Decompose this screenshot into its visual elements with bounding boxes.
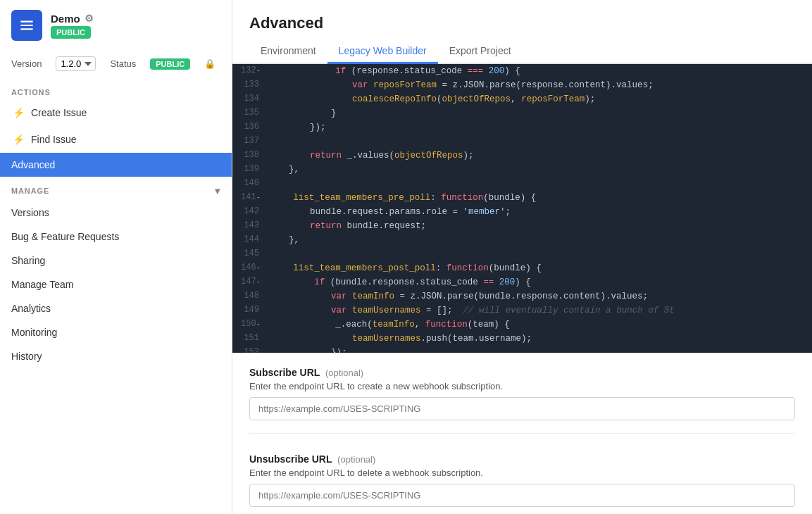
code-line: 149 var teamUsernames = []; // will even… (232, 303, 812, 318)
manage-items-list: Versions Bug & Feature Requests Sharing … (0, 201, 232, 368)
code-line: 137 (232, 134, 812, 149)
tabs-bar: Environment Legacy Web Builder Export Pr… (232, 39, 812, 64)
code-line: 151 teamUsernames.push(team.username); (232, 332, 812, 346)
tab-export-project[interactable]: Export Project (438, 39, 523, 64)
line-content: var teamUsernames = []; // will eventual… (268, 303, 812, 318)
line-number: 133 (232, 78, 268, 92)
line-number: 146- (232, 261, 272, 275)
line-number: 139 (232, 163, 268, 176)
code-editor: 132- if (response.status_code === 200) {… (232, 64, 812, 353)
manage-team-label: Manage Team (11, 279, 73, 290)
line-number: 150- (232, 318, 272, 331)
line-number: 136 (232, 120, 268, 134)
line-content: list_team_members_post_poll: function(bu… (272, 261, 812, 275)
line-content: teamUsernames.push(team.username); (268, 332, 812, 346)
code-line: 145 (232, 247, 812, 261)
tab-legacy-web-builder[interactable]: Legacy Web Builder (327, 39, 438, 64)
sidebar-item-sharing[interactable]: Sharing (0, 249, 232, 272)
manage-header[interactable]: MANAGE ▾ (0, 177, 232, 201)
version-status-row: Version 1.2.0 Status PUBLIC 🔒 (0, 51, 232, 81)
line-number: 132- (232, 64, 272, 77)
manage-label: MANAGE (11, 187, 49, 195)
sidebar-item-bug-feature[interactable]: Bug & Feature Requests (0, 225, 232, 249)
subscribe-url-input[interactable] (249, 397, 795, 420)
unsubscribe-url-input[interactable] (249, 484, 795, 507)
status-label: Status (110, 58, 136, 69)
line-content: var reposForTeam = z.JSON.parse(response… (268, 78, 812, 92)
sidebar-item-analytics[interactable]: Analytics (0, 296, 232, 320)
line-content: }, (268, 233, 812, 247)
code-line: 136 }); (232, 120, 812, 134)
status-badge: PUBLIC (150, 58, 190, 70)
monitoring-label: Monitoring (11, 327, 57, 338)
line-content: bundle.request.params.role = 'member'; (268, 205, 812, 219)
line-content: }); (268, 120, 812, 134)
line-content (268, 177, 812, 191)
sidebar-item-versions[interactable]: Versions (0, 201, 232, 225)
line-content: if (bundle.response.status_code == 200) … (272, 275, 812, 289)
logo-icon (18, 16, 36, 35)
line-content: } (268, 106, 812, 120)
subscribe-url-section: Subscribe URL (optional) Enter the endpo… (232, 353, 812, 427)
gear-icon[interactable]: ⚙ (85, 13, 94, 24)
line-number: 138 (232, 149, 268, 162)
subscribe-url-description: Enter the endpoint URL to create a new w… (249, 381, 795, 391)
code-line: 143 return bundle.request; (232, 219, 812, 233)
sidebar-item-create-issue[interactable]: ⚡ Create Issue (0, 99, 232, 126)
line-content: list_team_members_pre_poll: function(bun… (272, 191, 812, 205)
line-number: 152 (232, 346, 268, 353)
line-number: 135 (232, 106, 268, 120)
line-number: 137 (232, 134, 268, 148)
version-label: Version (11, 58, 42, 69)
line-content: coalesceRepoInfo(objectOfRepos, reposFor… (268, 92, 812, 106)
line-content: if (response.status_code === 200) { (272, 64, 812, 78)
code-line: 147- if (bundle.response.status_code == … (232, 275, 812, 289)
page-title: Advanced (232, 0, 812, 39)
sidebar-item-history[interactable]: History (0, 344, 232, 368)
line-number: 141- (232, 191, 272, 204)
line-number: 142 (232, 205, 268, 218)
chevron-down-icon: ▾ (215, 185, 220, 196)
app-logo (11, 10, 42, 41)
app-name-label: Demo (51, 13, 80, 25)
line-content: return _.values(objectOfRepos); (268, 149, 812, 163)
lightning-icon-find: ⚡ (11, 132, 25, 146)
analytics-label: Analytics (11, 303, 51, 314)
sidebar-header: Demo ⚙ PUBLIC (0, 0, 232, 51)
version-select[interactable]: 1.2.0 (56, 56, 96, 71)
line-content: }); (268, 346, 812, 353)
code-line: 146- list_team_members_post_poll: functi… (232, 261, 812, 275)
code-line: 144 }, (232, 233, 812, 247)
sidebar-item-manage-team[interactable]: Manage Team (0, 272, 232, 296)
line-number: 147- (232, 275, 272, 289)
lock-icon: 🔒 (204, 58, 216, 69)
code-line: 152 }); (232, 346, 812, 353)
divider (249, 433, 795, 434)
unsubscribe-optional-text: (optional) (337, 454, 375, 465)
sidebar-item-find-issue[interactable]: ⚡ Find Issue (0, 126, 232, 153)
code-line: 133 var reposForTeam = z.JSON.parse(resp… (232, 78, 812, 92)
find-issue-label: Find Issue (31, 134, 77, 145)
subscribe-url-label: Subscribe URL (optional) (249, 367, 795, 378)
tab-environment[interactable]: Environment (249, 39, 327, 64)
line-number: 151 (232, 332, 268, 345)
sharing-label: Sharing (11, 255, 45, 266)
line-content: }, (268, 163, 812, 177)
versions-label: Versions (11, 207, 49, 218)
create-issue-label: Create Issue (31, 107, 87, 118)
line-content: _.each(teamInfo, function(team) { (272, 318, 812, 332)
manage-section: MANAGE ▾ Versions Bug & Feature Requests… (0, 177, 232, 368)
line-content: return bundle.request; (268, 219, 812, 233)
actions-section-label: Actions (0, 81, 232, 99)
unsubscribe-url-label: Unsubscribe URL (optional) (249, 453, 795, 465)
line-number: 144 (232, 233, 268, 246)
line-content: var teamInfo = z.JSON.parse(bundle.respo… (268, 289, 812, 303)
lightning-icon-create: ⚡ (11, 106, 25, 120)
code-line: 141- list_team_members_pre_poll: functio… (232, 191, 812, 205)
line-number: 134 (232, 92, 268, 106)
code-line: 134 coalesceRepoInfo(objectOfRepos, repo… (232, 92, 812, 106)
code-line: 150- _.each(teamInfo, function(team) { (232, 318, 812, 332)
sidebar-item-advanced[interactable]: Advanced (0, 153, 232, 177)
main-content: Advanced Environment Legacy Web Builder … (232, 0, 812, 514)
sidebar-item-monitoring[interactable]: Monitoring (0, 320, 232, 344)
